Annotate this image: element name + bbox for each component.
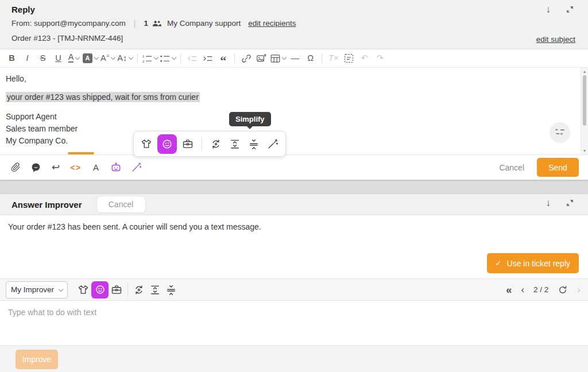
simplify-tooltip: Simplify [229, 112, 271, 126]
improver-preset-select[interactable]: My Improver [6, 281, 68, 299]
expand-icon[interactable] [566, 199, 574, 207]
improver-footer: Improve [0, 345, 588, 372]
from-row: From: support@mycompany.com | 1 My Compa… [11, 18, 577, 29]
reply-header: Reply ↓ From: support@mycompany.com | 1 … [0, 0, 588, 49]
cancel-button[interactable]: Cancel [499, 163, 524, 172]
edit-recipients-link[interactable]: edit recipients [248, 18, 296, 29]
line-height-button[interactable]: A↕ [117, 52, 133, 65]
insert-reply-icon[interactable]: ↩ [49, 160, 62, 175]
svg-text:2: 2 [142, 59, 145, 62]
toolbar-divider [180, 53, 181, 64]
regenerate-icon[interactable] [558, 285, 568, 295]
use-in-ticket-reply-button[interactable]: ✓ Use in ticket reply [487, 253, 579, 273]
outdent-button[interactable] [185, 52, 199, 65]
horizontal-rule-button[interactable]: — [288, 52, 301, 65]
divider: | [134, 18, 136, 29]
link-button[interactable] [239, 52, 253, 65]
improver-cancel-button[interactable]: Cancel [96, 196, 146, 213]
redo-button[interactable]: ↷ [373, 52, 386, 65]
improve-button[interactable]: Improve [16, 350, 58, 369]
improver-title: Answer Improver [11, 200, 82, 210]
edit-subject-link[interactable]: edit subject [536, 35, 575, 44]
simplify-icon[interactable] [163, 282, 179, 298]
clear-formatting-button[interactable]: T× [327, 52, 340, 65]
special-characters-button[interactable]: Ω [304, 52, 317, 65]
chevron-down-icon [154, 55, 158, 60]
subject-row: Order #123 - [TMJ-NRNMZ-446] [11, 33, 577, 44]
formal-tone-icon[interactable] [180, 136, 196, 152]
editor-scrollbar[interactable]: ▲ ▼ [581, 68, 588, 154]
text-formatting-icon[interactable]: A [90, 160, 102, 175]
simplify-icon[interactable] [246, 136, 262, 152]
signature-line: My Company Co. [6, 135, 582, 147]
download-icon[interactable]: ↓ [546, 5, 551, 14]
expand-text-icon[interactable] [227, 136, 243, 152]
first-version-icon[interactable]: « [506, 285, 512, 295]
rephrase-icon[interactable] [208, 136, 224, 152]
attachment-icon[interactable] [9, 160, 22, 175]
canned-responses-button[interactable]: “” [550, 122, 570, 143]
improver-header-actions: ↓ [546, 198, 575, 208]
table-button[interactable] [270, 52, 286, 65]
send-button[interactable]: Send [537, 158, 579, 177]
from-email: support@mycompany.com [34, 18, 126, 29]
bold-button[interactable]: B [5, 52, 18, 65]
reply-footer: ↩ <> A Cancel Send [0, 154, 588, 180]
rephrase-icon[interactable] [131, 282, 147, 298]
recipient-count: 1 [144, 18, 148, 29]
magic-wand-icon[interactable] [265, 136, 281, 152]
signature-line: Sales team member [6, 123, 582, 135]
blockquote-button[interactable]: “ [216, 54, 230, 68]
editor-selected-line: your order #123 was shipped, wait for sm… [6, 91, 582, 103]
svg-text:“: “ [555, 128, 558, 133]
insert-image-icon[interactable] [255, 52, 268, 65]
highlight-color-button[interactable]: A [83, 52, 98, 65]
scroll-up-icon[interactable]: ▲ [581, 69, 588, 73]
casual-tone-icon[interactable] [75, 282, 91, 298]
scroll-down-icon[interactable]: ▼ [581, 149, 588, 153]
prompt-area [0, 301, 588, 345]
toolbar-divider [202, 137, 202, 151]
improver-toolbar: My Improver « ‹ 2 / 2 › [0, 278, 588, 301]
undo-button[interactable]: ↶ [358, 52, 371, 65]
check-icon: ✓ [496, 259, 502, 268]
underline-button[interactable]: U [52, 52, 65, 65]
resize-handle[interactable] [68, 152, 94, 154]
reply-header-actions: ↓ [546, 5, 575, 14]
select-all-button[interactable] [342, 52, 355, 65]
rich-text-toolbar: B I S U A A A≡ A↕ 12 “ [0, 49, 588, 68]
download-icon[interactable]: ↓ [546, 198, 551, 208]
scrollbar-thumb[interactable] [583, 75, 586, 126]
bullet-list-button[interactable] [160, 52, 176, 65]
font-color-button[interactable]: A [67, 52, 80, 65]
improved-text: Your order #123 has been sent. A courier… [8, 222, 261, 231]
svg-text:1: 1 [142, 55, 145, 58]
friendly-tone-icon[interactable] [157, 134, 177, 154]
prompt-input[interactable] [0, 301, 588, 345]
toolbar-divider [137, 53, 138, 64]
indent-button[interactable] [201, 52, 214, 65]
reply-panel: Reply ↓ From: support@mycompany.com | 1 … [0, 0, 588, 180]
recipient-name: My Company support [167, 18, 241, 29]
strikethrough-button[interactable]: S [36, 52, 49, 65]
formal-tone-icon[interactable] [109, 282, 125, 298]
ordered-list-button[interactable]: 12 [142, 52, 158, 65]
version-indicator: 2 / 2 [533, 285, 548, 294]
source-code-icon[interactable]: <> [69, 160, 82, 175]
answer-improver-panel: Answer Improver Cancel ↓ Your order #123… [0, 194, 588, 372]
ai-improve-icon[interactable] [130, 160, 142, 175]
toolbar-divider [234, 53, 235, 64]
reply-editor[interactable]: Hello, your order #123 was shipped, wait… [0, 68, 588, 154]
recipients-icon [152, 20, 161, 27]
next-version-icon[interactable]: › [577, 285, 581, 294]
previous-version-icon[interactable]: ‹ [521, 285, 524, 294]
font-size-button[interactable]: A≡ [100, 52, 115, 65]
italic-button[interactable]: I [21, 52, 34, 65]
chevron-down-icon [75, 55, 80, 60]
friendly-tone-icon[interactable] [91, 281, 109, 299]
expand-icon[interactable] [566, 5, 574, 14]
expand-text-icon[interactable] [147, 282, 163, 298]
ai-assistant-icon[interactable] [110, 160, 122, 175]
chat-bubble-icon[interactable] [29, 160, 42, 175]
casual-tone-icon[interactable] [138, 136, 154, 152]
